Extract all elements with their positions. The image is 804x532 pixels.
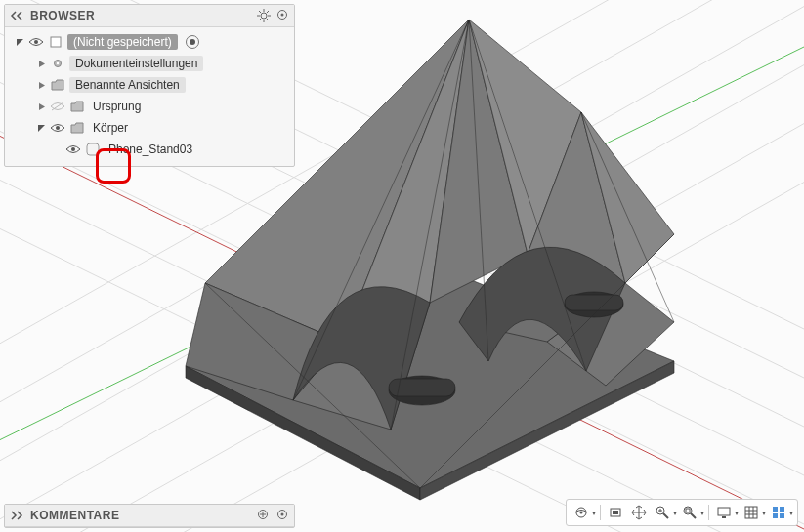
svg-point-68 xyxy=(281,513,284,516)
svg-line-47 xyxy=(267,11,269,13)
svg-point-40 xyxy=(261,13,267,19)
navigation-bar: ▾ ▾ ▾ ▾ ▾ ▾ xyxy=(566,499,798,526)
folder-icon xyxy=(69,120,85,136)
chevron-down-icon[interactable]: ▾ xyxy=(592,509,596,517)
pin-icon[interactable] xyxy=(276,509,290,522)
gear-icon[interactable] xyxy=(257,9,271,22)
look-at-button[interactable] xyxy=(605,502,626,523)
svg-point-61 xyxy=(56,126,60,130)
pan-button[interactable] xyxy=(628,502,650,523)
tree-item-body-phone-stand[interactable]: Phone_Stand03 xyxy=(5,139,294,160)
svg-marker-57 xyxy=(39,82,45,89)
svg-rect-63 xyxy=(87,143,99,155)
root-label[interactable]: (Nicht gespeichert) xyxy=(67,34,178,50)
svg-marker-60 xyxy=(38,125,45,132)
tree-item-label: Phone_Stand03 xyxy=(105,142,196,157)
expand-icon[interactable] xyxy=(36,123,46,133)
svg-marker-54 xyxy=(39,61,45,67)
gear-icon xyxy=(50,56,65,71)
expand-icon[interactable] xyxy=(15,37,24,47)
comments-header: KOMMENTARE xyxy=(5,505,294,527)
tree-item-named-views[interactable]: Benannte Ansichten xyxy=(5,74,294,96)
visibility-icon[interactable] xyxy=(50,121,65,135)
chevron-down-icon[interactable]: ▾ xyxy=(700,509,704,517)
svg-rect-79 xyxy=(686,509,690,512)
folder-icon xyxy=(50,77,65,93)
grid-settings-button[interactable] xyxy=(741,502,762,523)
chevron-down-icon[interactable]: ▾ xyxy=(673,509,677,517)
chevron-down-icon[interactable]: ▾ xyxy=(762,509,766,517)
svg-point-56 xyxy=(57,62,59,64)
viewports-button[interactable] xyxy=(768,502,789,523)
svg-line-45 xyxy=(259,11,261,13)
svg-point-70 xyxy=(580,512,583,514)
comments-panel: KOMMENTARE xyxy=(4,504,295,528)
panel-collapse-icon[interactable] xyxy=(9,9,24,22)
svg-point-77 xyxy=(684,507,692,514)
tree-item-label: Benannte Ansichten xyxy=(69,77,186,93)
svg-line-46 xyxy=(267,19,269,20)
component-icon xyxy=(48,34,63,50)
active-component-radio[interactable] xyxy=(186,35,199,49)
tree-item-label: Ursprung xyxy=(89,99,145,114)
chevron-down-icon[interactable]: ▾ xyxy=(735,509,739,517)
svg-point-62 xyxy=(71,147,75,151)
tree-item-bodies[interactable]: Körper xyxy=(5,117,294,139)
svg-line-74 xyxy=(663,513,668,518)
browser-panel: BROWSER (Nicht gespeichert) Dokumenteins… xyxy=(4,4,295,167)
tree-item-label: Dokumenteinstellungen xyxy=(69,56,203,71)
svg-line-48 xyxy=(259,19,261,20)
panel-expand-icon[interactable] xyxy=(9,509,24,522)
orbit-button[interactable] xyxy=(571,502,592,523)
tree-item-origin[interactable]: Ursprung xyxy=(5,96,294,117)
visibility-icon[interactable] xyxy=(28,35,44,49)
svg-rect-72 xyxy=(613,511,618,514)
expand-icon[interactable] xyxy=(36,59,46,68)
svg-rect-82 xyxy=(745,507,757,518)
tree-item-label: Körper xyxy=(89,120,132,136)
chevron-down-icon[interactable]: ▾ xyxy=(789,509,793,517)
fit-button[interactable] xyxy=(679,502,700,523)
browser-tree: (Nicht gespeichert) Dokumenteinstellunge… xyxy=(5,27,294,166)
tree-item-document-settings[interactable]: Dokumenteinstellungen xyxy=(5,53,294,74)
svg-rect-80 xyxy=(718,508,730,515)
svg-rect-53 xyxy=(51,37,61,47)
svg-rect-89 xyxy=(773,513,778,518)
pin-icon[interactable] xyxy=(276,9,290,22)
svg-rect-87 xyxy=(773,507,778,512)
browser-header: BROWSER xyxy=(5,5,294,27)
display-settings-button[interactable] xyxy=(713,502,735,523)
svg-marker-58 xyxy=(39,103,45,110)
svg-marker-51 xyxy=(17,39,23,46)
svg-line-78 xyxy=(691,513,696,518)
svg-rect-90 xyxy=(780,513,784,518)
folder-icon xyxy=(69,99,85,114)
svg-rect-32 xyxy=(565,295,623,310)
svg-point-50 xyxy=(281,14,284,17)
comments-title: KOMMENTARE xyxy=(30,509,251,522)
svg-rect-88 xyxy=(780,507,784,512)
expand-icon[interactable] xyxy=(36,80,46,90)
browser-title: BROWSER xyxy=(30,9,251,22)
expand-icon[interactable] xyxy=(36,102,46,111)
add-comment-icon[interactable] xyxy=(257,509,271,522)
svg-point-52 xyxy=(34,40,38,44)
visibility-hidden-icon[interactable] xyxy=(50,100,65,113)
zoom-button[interactable] xyxy=(652,502,673,523)
tree-root[interactable]: (Nicht gespeichert) xyxy=(5,31,294,53)
body-icon xyxy=(85,142,101,157)
visibility-icon[interactable] xyxy=(65,143,81,156)
